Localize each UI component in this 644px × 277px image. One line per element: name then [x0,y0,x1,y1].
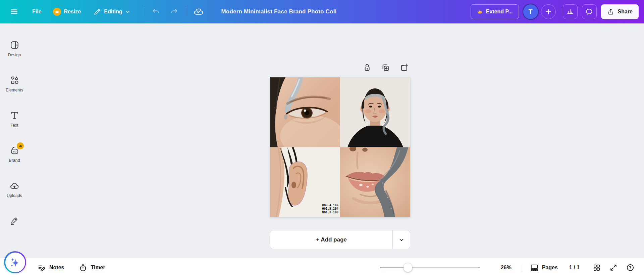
text-icon [10,111,19,120]
lips-closeup-image [340,147,410,217]
fullscreen-expand-icon [609,264,618,272]
add-page-button[interactable]: + Add page [270,230,410,249]
footer-right-group: 26% Pages 1 / 1 ? [380,262,636,273]
pages-icon [530,263,539,272]
notes-button[interactable]: Notes [38,264,64,272]
bar-chart-icon [566,8,574,16]
collage-photo-eye-closeup[interactable] [270,77,340,147]
page-toolbar [362,62,409,72]
timer-icon [79,264,87,272]
draw-icon [10,216,19,226]
sidebar-item-brand[interactable]: co Brand [2,146,26,163]
crown-icon [55,9,59,14]
design-icon [10,40,19,50]
page-indicator: 1 / 1 [569,265,580,271]
pencil-icon [94,8,101,15]
share-button[interactable]: Share [601,4,639,19]
file-button[interactable]: File [29,6,45,18]
svg-text:?: ? [629,265,631,270]
sidebar-item-label: Text [11,123,18,128]
sidebar-item-text[interactable]: Text [2,111,26,128]
sidebar-item-elements[interactable]: Elements [2,75,26,92]
cloud-check-icon [194,7,204,17]
editing-mode-button[interactable]: Editing [90,5,134,18]
main-menu-button[interactable] [7,5,21,19]
collage-photo-lips-closeup[interactable] [340,147,410,217]
plus-icon [545,8,552,15]
pages-label: Pages [542,265,558,271]
collage-photo-portrait[interactable] [340,77,410,147]
footer-bar: Notes Timer 26% Pages 1 / 1 ? [0,258,644,277]
save-status-button[interactable] [190,4,207,20]
unlock-icon [363,63,372,72]
ai-assistant-inner [5,253,25,272]
footer-divider [521,264,521,272]
sidebar-item-label: Design [8,53,21,57]
fullscreen-button[interactable] [608,262,619,273]
design-page[interactable]: 003.4.105 002.3.104 001.2.103 [270,77,410,217]
portrait-image [340,77,410,147]
add-page-label[interactable]: + Add page [270,230,392,249]
sidebar-item-design[interactable]: Design [2,40,26,57]
collage-photo-ear-profile[interactable]: 003.4.105 002.3.104 001.2.103 [270,147,340,217]
insights-button[interactable] [563,4,578,19]
premium-crown-badge [53,8,61,16]
uploads-icon [10,181,19,191]
duplicate-page-button[interactable] [380,62,390,72]
timer-label: Timer [91,265,105,271]
zoom-slider[interactable] [380,263,480,272]
add-page-icon-button[interactable] [399,62,409,72]
timer-button[interactable]: Timer [79,264,105,272]
redo-icon [170,7,178,16]
editing-label: Editing [104,9,122,15]
avatar-letter: T [528,8,532,16]
comments-button[interactable] [582,4,597,19]
sidebar-item-label: Elements [6,88,23,92]
share-label: Share [618,9,633,15]
zoom-value[interactable]: 26% [493,265,512,271]
collage-code-line: 001.2.103 [322,211,338,214]
share-export-icon [607,8,614,15]
pages-button[interactable]: Pages [530,263,558,272]
crown-icon [18,144,22,148]
add-page-icon [399,63,409,72]
design-title[interactable]: Modern Minimalist Face Brand Photo Colla… [221,8,337,15]
topbar: File Resize Editing Modern Minimalist Fa… [0,0,644,23]
collage-code-line: 002.3.104 [322,207,338,211]
svg-text:co: co [13,150,16,153]
help-icon: ? [626,263,635,272]
topbar-divider [144,7,144,16]
sparkle-icon [9,257,21,268]
lock-page-button[interactable] [362,62,372,72]
undo-button[interactable] [148,4,164,19]
help-button[interactable]: ? [625,262,636,273]
add-page-options-button[interactable] [392,230,410,249]
eye-closeup-image [270,77,340,147]
sidebar-item-label: Brand [9,158,20,163]
elements-icon [10,75,19,85]
grid-view-icon [593,264,601,272]
resize-label: Resize [64,9,81,15]
premium-crown-badge [17,142,24,149]
extend-trial-button[interactable]: Extend P... [471,4,519,19]
topbar-right-group: Extend P... T Share [471,4,639,19]
redo-button[interactable] [166,4,182,19]
invite-member-button[interactable] [541,4,556,19]
extend-label: Extend P... [486,9,513,15]
sidebar-item-draw[interactable] [2,216,26,226]
chevron-down-icon [398,237,405,243]
sidebar-item-uploads[interactable]: Uploads [2,181,26,198]
account-avatar[interactable]: T [523,4,538,19]
zoom-slider-max-dot [478,267,480,269]
grid-view-button[interactable] [591,262,602,273]
crown-icon [477,9,483,15]
chevron-down-icon [125,9,130,14]
undo-icon [152,7,160,16]
file-label: File [32,9,42,15]
zoom-slider-thumb[interactable] [404,263,412,272]
topbar-divider [186,7,186,16]
hamburger-icon [10,8,18,16]
duplicate-page-icon [381,63,390,72]
ai-assistant-button[interactable] [4,251,26,273]
resize-button[interactable]: Resize [50,5,85,19]
